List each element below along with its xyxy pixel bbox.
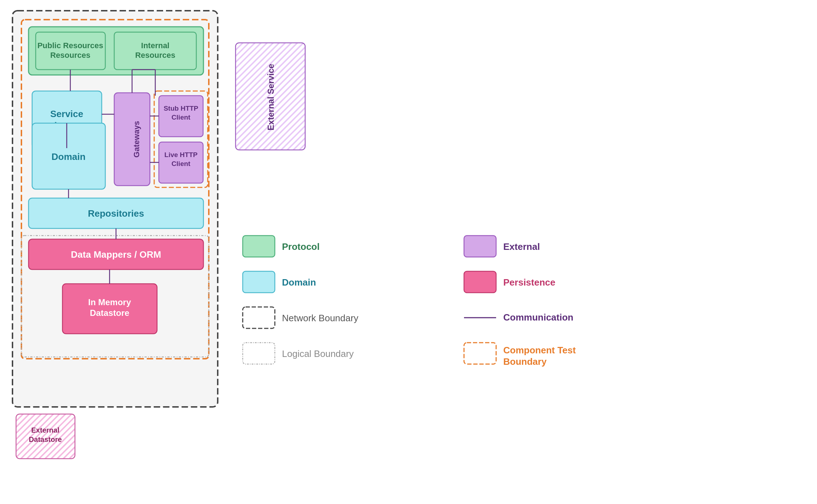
- in-memory-label: In Memory: [88, 297, 131, 307]
- protocol-layer: [29, 27, 203, 75]
- legend-persistence-label: Persistence: [503, 277, 555, 288]
- legend-external-label: External: [503, 241, 540, 252]
- repositories-label: Repositories: [88, 208, 144, 219]
- domain-box: [32, 123, 105, 189]
- svg-text:Resources: Resources: [50, 51, 91, 60]
- legend-external-box: [464, 236, 496, 257]
- component-test-boundary: [21, 20, 209, 359]
- legend-domain-label: Domain: [282, 277, 316, 288]
- gateways-label: Gateways: [132, 121, 141, 158]
- stub-http-label: Stub HTTP: [163, 105, 198, 112]
- repositories-box: [29, 198, 203, 228]
- service-layer-box: [32, 91, 102, 148]
- gateways-box: [114, 93, 150, 186]
- external-service-label: External Service: [266, 64, 276, 131]
- public-resources-label: Public Resources: [37, 41, 104, 50]
- legend-persistence-box: [464, 271, 496, 293]
- legend-domain-box: [243, 271, 275, 293]
- legend-protocol-label: Protocol: [282, 241, 319, 252]
- logical-boundary: [21, 236, 209, 357]
- network-boundary: [12, 11, 218, 407]
- external-datastore-label: External: [31, 426, 60, 434]
- legend-network-label: Network Boundary: [282, 313, 358, 323]
- external-datastore-box: [16, 414, 75, 459]
- internal-resources-label: Internal: [141, 41, 169, 50]
- legend-network-box: [243, 307, 275, 328]
- legend-component-label: Component Test: [503, 345, 576, 356]
- in-memory-box: [62, 284, 157, 334]
- stub-http-box: [159, 96, 203, 137]
- service-layer-label: Service: [50, 109, 84, 119]
- http-clients-boundary: [154, 91, 208, 187]
- legend-logical-box: [243, 343, 275, 364]
- public-resources-box: [36, 32, 105, 70]
- legend-protocol-box: [243, 236, 275, 257]
- svg-text:Datastore: Datastore: [90, 308, 130, 318]
- internal-resources-box: [114, 32, 196, 70]
- svg-text:Datastore: Datastore: [29, 435, 62, 443]
- legend-logical-label: Logical Boundary: [282, 348, 354, 359]
- external-service-box: [236, 43, 305, 150]
- live-http-label: Live HTTP: [165, 151, 198, 158]
- svg-text:Resources: Resources: [135, 51, 176, 60]
- svg-text:Boundary: Boundary: [503, 356, 547, 367]
- data-mappers-box: [29, 239, 203, 269]
- svg-text:Client: Client: [172, 160, 191, 167]
- live-http-box: [159, 142, 203, 183]
- domain-label: Domain: [51, 151, 85, 162]
- svg-text:Layer: Layer: [54, 120, 79, 131]
- data-mappers-label: Data Mappers / ORM: [71, 249, 161, 260]
- legend-communication-label: Communication: [503, 312, 573, 323]
- legend-component-box: [464, 343, 496, 364]
- svg-text:Client: Client: [172, 114, 191, 121]
